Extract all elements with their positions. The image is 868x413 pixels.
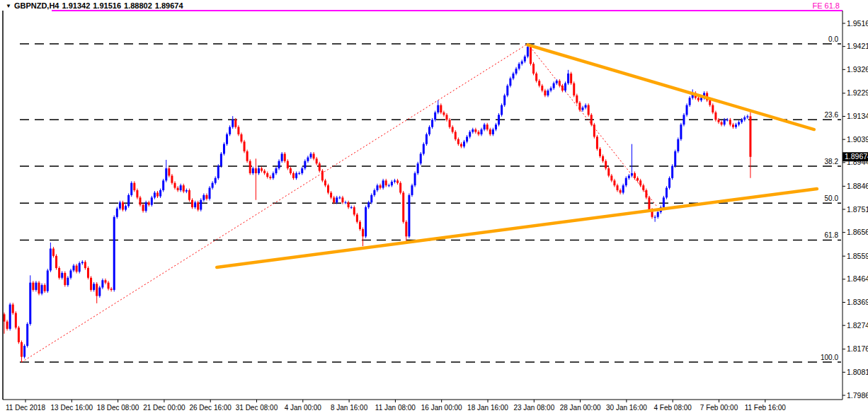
trendline-ascending-support[interactable] [217, 189, 817, 267]
candle [275, 168, 277, 173]
candle [104, 280, 106, 282]
candle [567, 74, 569, 83]
candle [136, 190, 138, 197]
candle [113, 217, 115, 290]
candle [463, 141, 465, 146]
time-axis: 11 Dec 201813 Dec 16:0018 Dec 08:0021 De… [6, 400, 786, 412]
candle [663, 197, 665, 207]
time-axis-label: 18 Dec 08:00 [97, 404, 139, 412]
candle [15, 313, 17, 328]
candle [532, 64, 535, 74]
candle [319, 163, 321, 170]
candle [93, 284, 95, 290]
candle [133, 183, 135, 190]
current-price-value: 1.89674 [845, 152, 868, 161]
current-price-tag: 1.89674 [843, 152, 868, 161]
candle [41, 285, 43, 293]
candle [69, 270, 72, 277]
candle [185, 190, 188, 192]
candle [67, 278, 69, 285]
candle [411, 185, 413, 195]
candle [645, 190, 647, 197]
candle [460, 144, 462, 146]
price-axis-label: 1.80815 [847, 368, 868, 376]
time-axis-label: 21 Dec 00:00 [143, 404, 185, 412]
candle [474, 129, 476, 132]
candle [481, 129, 483, 134]
chart-menu-triangle-icon[interactable]: ▼ [6, 3, 11, 9]
candle [87, 268, 89, 278]
time-axis-label: 28 Jan 00:00 [560, 404, 601, 412]
candle [125, 206, 127, 209]
candle [281, 153, 283, 161]
fib-label: 38.2 [825, 158, 839, 165]
candle [139, 197, 141, 204]
candle [717, 120, 719, 122]
trendlines[interactable] [217, 45, 817, 267]
candle [446, 115, 448, 120]
candle [130, 183, 132, 195]
candle [544, 91, 546, 95]
candle [301, 168, 303, 173]
candle [215, 178, 217, 183]
candle [732, 124, 734, 127]
candle [237, 127, 239, 134]
candle [330, 192, 332, 197]
symbol-timeframe-label: GBPNZD,H4 [14, 1, 59, 10]
chart-window: ▼ GBPNZD,H4 1.91342 1.91516 1.88802 1.89… [0, 0, 868, 413]
candle [84, 262, 86, 268]
candle [680, 124, 682, 139]
candle [457, 139, 459, 144]
candle [116, 209, 118, 217]
candle [741, 120, 743, 122]
candle [726, 120, 729, 120]
candle [348, 202, 350, 207]
candle [625, 178, 627, 185]
candle [423, 144, 425, 154]
candle [605, 161, 607, 168]
candle [76, 266, 78, 272]
candle [180, 185, 182, 190]
candle [367, 202, 370, 207]
candle [32, 283, 34, 290]
candle [321, 171, 324, 181]
candle [194, 202, 196, 207]
candle [217, 166, 219, 178]
candle [530, 47, 532, 64]
candle [492, 129, 494, 134]
candle [515, 69, 518, 74]
candle [535, 74, 537, 81]
price-chart[interactable]: FE 61.80.023.638.250.061.8100.01.951651.… [0, 0, 868, 413]
candle [171, 175, 173, 182]
fe-level-label: FE 61.8 [812, 1, 840, 10]
candle [596, 136, 598, 149]
time-axis-label: 23 Jan 08:00 [513, 404, 554, 412]
candle [617, 185, 619, 190]
candle [738, 122, 740, 124]
candle [709, 100, 711, 105]
price-axis-label: 1.82740 [847, 321, 868, 330]
time-axis-label: 31 Dec 08:00 [236, 404, 278, 412]
candle [498, 115, 500, 124]
candle [503, 95, 506, 105]
candle [90, 278, 92, 290]
candle [455, 132, 457, 139]
candle [686, 105, 688, 115]
candle [261, 168, 263, 170]
candle [671, 166, 673, 178]
candle [431, 120, 433, 127]
ohlc-close: 1.89674 [155, 1, 183, 10]
candle [345, 202, 347, 203]
candle [47, 270, 49, 291]
candle [561, 86, 564, 91]
candle [434, 112, 436, 120]
candle [226, 134, 228, 144]
fibonacci-retracement[interactable]: 0.023.638.250.061.8100.0 [20, 35, 841, 362]
candle [668, 178, 670, 188]
candle [159, 190, 161, 197]
candle [518, 64, 520, 69]
candle [359, 222, 361, 229]
candle [341, 197, 343, 202]
candle [582, 107, 584, 110]
trendline-descending-resistance[interactable] [527, 45, 813, 129]
